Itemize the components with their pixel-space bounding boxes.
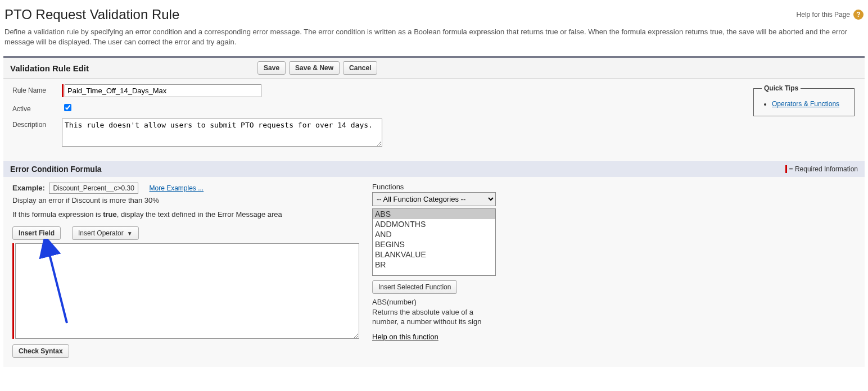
function-item-and[interactable]: AND <box>373 229 495 239</box>
function-item-br[interactable]: BR <box>373 260 495 270</box>
rule-name-label: Rule Name <box>12 84 62 94</box>
help-on-function-link[interactable]: Help on this function <box>372 333 438 341</box>
save-button[interactable]: Save <box>257 61 286 75</box>
required-information-text: = Required Information <box>789 165 858 173</box>
example-label: Example: <box>12 184 45 192</box>
expression-help-bold: true <box>103 210 117 219</box>
required-indicator <box>62 84 64 97</box>
required-indicator <box>12 243 14 339</box>
function-signature: ABS(number) <box>372 297 490 307</box>
function-item-blankvalue[interactable]: BLANKVALUE <box>373 249 495 260</box>
function-item-begins[interactable]: BEGINS <box>373 239 495 249</box>
function-item-addmonths[interactable]: ADDMONTHS <box>373 219 495 229</box>
description-label: Description <box>12 119 62 129</box>
operators-functions-link[interactable]: Operators & Functions <box>772 100 839 108</box>
formula-section-title: Error Condition Formula <box>10 165 102 174</box>
chevron-down-icon: ▼ <box>127 230 133 237</box>
rule-name-input[interactable] <box>65 84 261 97</box>
edit-section-title: Validation Rule Edit <box>10 63 89 73</box>
function-category-select[interactable]: -- All Function Categories -- <box>372 192 496 206</box>
description-textarea[interactable]: This rule doesn't allow users to submit … <box>62 119 382 147</box>
active-checkbox[interactable] <box>64 104 71 111</box>
active-label: Active <box>12 103 62 113</box>
expression-help-pre: If this formula expression is <box>12 210 103 219</box>
function-description: Returns the absolute value of a number, … <box>372 307 490 327</box>
insert-operator-label: Insert Operator <box>78 229 124 237</box>
save-and-new-button[interactable]: Save & New <box>289 61 340 75</box>
intro-text: Define a validation rule by specifying a… <box>0 25 868 56</box>
expression-help: If this formula expression is true, disp… <box>12 210 361 219</box>
insert-field-button[interactable]: Insert Field <box>12 226 61 240</box>
more-examples-link[interactable]: More Examples ... <box>150 184 204 192</box>
required-information-legend: = Required Information <box>785 165 858 173</box>
help-for-page-label: Help for this Page <box>797 11 850 19</box>
functions-label: Functions <box>372 183 524 191</box>
example-code: Discount_Percent__c>0.30 <box>49 183 138 194</box>
formula-textarea[interactable] <box>15 243 359 339</box>
cancel-button[interactable]: Cancel <box>343 61 377 75</box>
function-item-abs[interactable]: ABS <box>373 209 495 219</box>
function-listbox[interactable]: ABS ADDMONTHS AND BEGINS BLANKVALUE BR <box>372 208 496 276</box>
help-icon: ? <box>853 10 864 20</box>
check-syntax-button[interactable]: Check Syntax <box>12 344 69 358</box>
insert-operator-dropdown[interactable]: Insert Operator ▼ <box>72 226 139 240</box>
example-hint: Display an error if Discount is more tha… <box>12 196 361 204</box>
required-mark-icon <box>785 165 787 173</box>
page-title: PTO Request Validation Rule <box>4 7 179 22</box>
expression-help-post: , display the text defined in the Error … <box>117 210 282 219</box>
quick-tips-box: Quick Tips Operators & Functions <box>753 84 855 116</box>
help-for-page-link[interactable]: Help for this Page ? <box>797 10 864 20</box>
insert-selected-function-button[interactable]: Insert Selected Function <box>372 280 457 294</box>
quick-tips-title: Quick Tips <box>762 84 801 92</box>
